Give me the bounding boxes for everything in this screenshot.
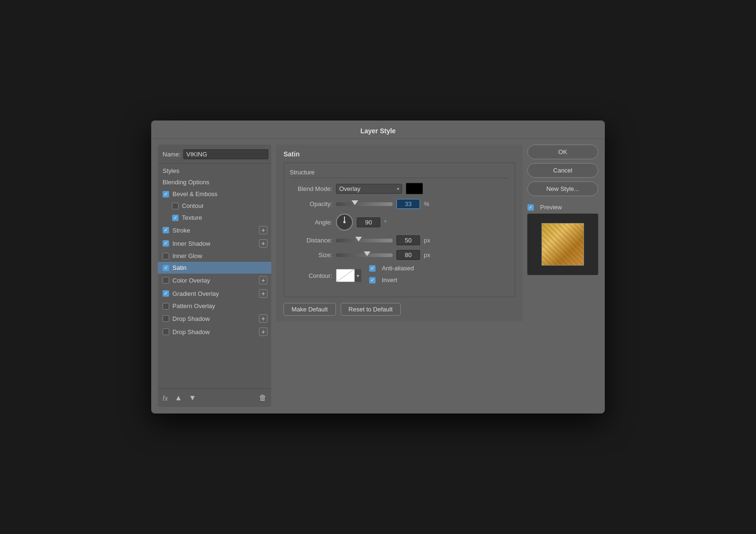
angle-unit: ° — [384, 219, 387, 226]
opacity-slider[interactable] — [336, 202, 393, 206]
satin-label: Satin — [172, 264, 187, 271]
color-overlay-add-button[interactable]: + — [259, 276, 267, 284]
blend-mode-label: Blend Mode: — [290, 185, 332, 192]
contour-checkbox[interactable] — [172, 203, 179, 209]
color-overlay-checkbox[interactable] — [163, 277, 169, 284]
stroke-add-button[interactable]: + — [259, 226, 267, 234]
dialog-body: Name: Styles Blending Options Bevel & Em… — [151, 139, 605, 413]
opacity-row: Opacity: % — [290, 199, 509, 209]
preview-checkbox[interactable] — [527, 204, 534, 211]
name-input[interactable] — [183, 149, 268, 159]
size-unit: px — [424, 251, 430, 258]
invert-label: Invert — [382, 276, 397, 284]
sidebar-item-inner-glow[interactable]: Inner Glow — [158, 250, 271, 262]
preview-section: Preview — [527, 204, 598, 275]
size-slider[interactable] — [336, 253, 393, 257]
move-down-button[interactable]: ▼ — [187, 393, 198, 403]
action-buttons: Make Default Reset to Default — [284, 303, 515, 316]
contour-dropdown-button[interactable]: ▾ — [355, 269, 361, 282]
size-input[interactable] — [396, 250, 420, 260]
sidebar-item-satin[interactable]: Satin — [158, 262, 271, 274]
opacity-label: Opacity: — [290, 200, 332, 207]
color-overlay-label: Color Overlay — [172, 277, 210, 284]
fx-label: fx — [163, 394, 168, 402]
distance-unit: px — [424, 237, 430, 244]
distance-input[interactable] — [396, 235, 420, 245]
sidebar-item-color-overlay[interactable]: Color Overlay + — [158, 274, 271, 287]
blend-mode-color-swatch[interactable] — [406, 183, 423, 194]
left-panel: Name: Styles Blending Options Bevel & Em… — [158, 145, 271, 407]
delete-button[interactable]: 🗑 — [259, 394, 266, 402]
pattern-overlay-label: Pattern Overlay — [172, 302, 215, 310]
bevel-emboss-checkbox[interactable] — [163, 191, 169, 198]
sidebar-item-drop-shadow-1[interactable]: Drop Shadow + — [158, 312, 271, 325]
bevel-emboss-label: Bevel & Emboss — [172, 190, 217, 198]
sidebar-item-drop-shadow-2[interactable]: Drop Shadow + — [158, 325, 271, 338]
name-label: Name: — [163, 151, 180, 158]
gradient-overlay-checkbox[interactable] — [163, 290, 169, 297]
opacity-input[interactable] — [396, 199, 420, 209]
cancel-button[interactable]: Cancel — [527, 163, 598, 178]
opacity-unit: % — [424, 200, 430, 207]
preview-image — [541, 223, 584, 266]
styles-header: Styles — [158, 164, 271, 176]
angle-label: Angle: — [290, 219, 332, 226]
layer-style-dialog: Layer Style Name: Styles Blending Option… — [151, 121, 605, 413]
inner-shadow-label: Inner Shadow — [172, 240, 210, 247]
satin-checkbox[interactable] — [163, 265, 169, 271]
size-row: Size: px — [290, 250, 509, 260]
blending-options-label: Blending Options — [163, 179, 209, 186]
opacity-slider-thumb — [352, 200, 358, 205]
dialog-title: Layer Style — [151, 121, 605, 139]
make-default-button[interactable]: Make Default — [284, 303, 336, 316]
gradient-overlay-add-button[interactable]: + — [259, 289, 267, 298]
anti-aliased-label: Anti-aliased — [382, 265, 414, 272]
sidebar-item-stroke[interactable]: Stroke + — [158, 224, 271, 237]
drop-shadow-1-add-button[interactable]: + — [259, 314, 267, 323]
contour-preview[interactable] — [336, 269, 355, 282]
drop-shadow-2-add-button[interactable]: + — [259, 327, 267, 336]
gradient-overlay-label: Gradient Overlay — [172, 290, 219, 297]
distance-slider-thumb — [355, 237, 362, 241]
sidebar-item-blending-options[interactable]: Blending Options — [158, 176, 271, 188]
invert-row: Invert — [369, 276, 414, 284]
inner-shadow-checkbox[interactable] — [163, 240, 169, 247]
angle-input[interactable] — [357, 217, 380, 227]
angle-indicator — [344, 216, 345, 222]
inner-shadow-add-button[interactable]: + — [259, 239, 267, 248]
contour-label: Contour: — [290, 272, 332, 279]
stroke-checkbox[interactable] — [163, 227, 169, 233]
drop-shadow-1-label: Drop Shadow — [172, 315, 210, 322]
distance-label: Distance: — [290, 237, 332, 244]
move-up-button[interactable]: ▲ — [173, 393, 184, 403]
texture-checkbox[interactable] — [172, 215, 179, 221]
inner-glow-checkbox[interactable] — [163, 253, 169, 259]
drop-shadow-1-checkbox[interactable] — [163, 315, 169, 322]
angle-row: Angle: ° — [290, 214, 509, 231]
drop-shadow-2-checkbox[interactable] — [163, 328, 169, 335]
sidebar-item-texture[interactable]: Texture — [158, 212, 271, 224]
sidebar-item-pattern-overlay[interactable]: Pattern Overlay — [158, 300, 271, 312]
drop-shadow-2-label: Drop Shadow — [172, 328, 210, 336]
blend-mode-select[interactable]: Overlay Normal Multiply Screen Soft Ligh… — [336, 184, 402, 194]
invert-checkbox[interactable] — [369, 277, 376, 284]
name-row: Name: — [158, 145, 271, 164]
size-slider-thumb — [364, 251, 370, 256]
reset-to-default-button[interactable]: Reset to Default — [341, 303, 401, 316]
sidebar-item-contour[interactable]: Contour — [158, 200, 271, 212]
ok-button[interactable]: OK — [527, 145, 598, 159]
contour-select-wrapper: ▾ — [336, 269, 361, 282]
layer-list: Blending Options Bevel & Emboss Contour … — [158, 176, 271, 388]
sidebar-item-gradient-overlay[interactable]: Gradient Overlay + — [158, 287, 271, 300]
pattern-overlay-checkbox[interactable] — [163, 303, 169, 310]
anti-aliased-checkbox[interactable] — [369, 265, 376, 272]
distance-slider[interactable] — [336, 239, 393, 242]
inner-glow-label: Inner Glow — [172, 252, 202, 259]
angle-dial[interactable] — [336, 214, 353, 231]
satin-title: Satin — [284, 150, 515, 158]
right-panel: OK Cancel New Style... Preview — [527, 145, 598, 407]
stroke-label: Stroke — [172, 227, 190, 234]
sidebar-item-inner-shadow[interactable]: Inner Shadow + — [158, 237, 271, 250]
new-style-button[interactable]: New Style... — [527, 181, 598, 196]
sidebar-item-bevel-emboss[interactable]: Bevel & Emboss — [158, 188, 271, 200]
